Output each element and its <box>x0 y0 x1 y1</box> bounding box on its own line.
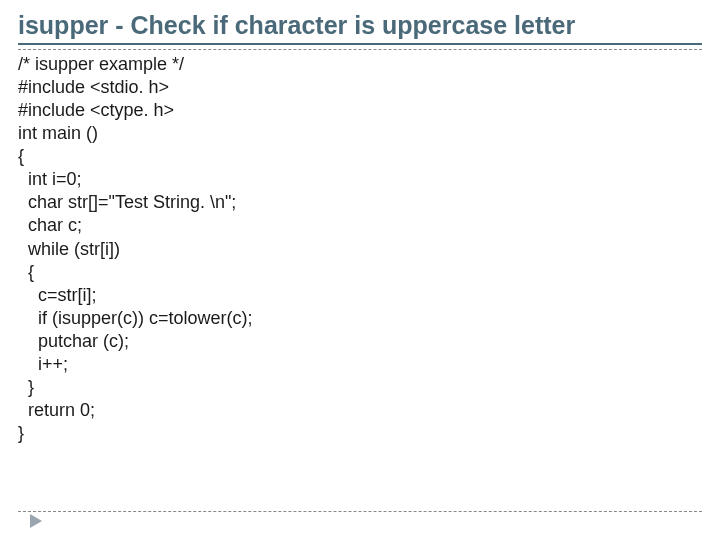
slide-container: isupper - Check if character is uppercas… <box>0 0 720 540</box>
divider-dashed-bottom <box>18 511 702 512</box>
slide-title: isupper - Check if character is uppercas… <box>18 10 702 45</box>
divider-dashed-top <box>18 49 702 50</box>
code-example: /* isupper example */ #include <stdio. h… <box>18 53 702 445</box>
bottom-area <box>18 511 702 512</box>
arrow-right-icon <box>30 514 42 528</box>
